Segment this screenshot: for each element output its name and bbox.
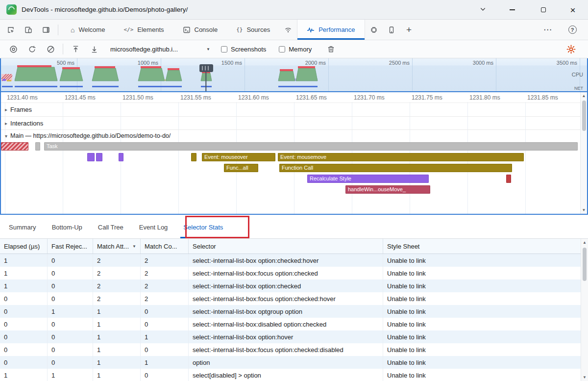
overview-time-label: 3500 ms bbox=[538, 60, 577, 66]
tab-summary[interactable]: Summary bbox=[7, 216, 38, 238]
load-profile-button[interactable] bbox=[66, 41, 85, 57]
panel-layout-button[interactable] bbox=[37, 20, 55, 40]
table-cell: Unable to link bbox=[383, 305, 581, 318]
scrollbar-thumb[interactable] bbox=[583, 248, 587, 281]
flame-bar[interactable] bbox=[87, 153, 95, 161]
flame-bar-event-mousemove[interactable]: Event: mousemove bbox=[278, 153, 524, 161]
tab-performance[interactable]: Performance bbox=[297, 20, 365, 40]
table-row[interactable]: 1110select[disabled] > optionUnable to l… bbox=[0, 369, 588, 381]
maximize-button[interactable] bbox=[533, 0, 554, 20]
reload-and-record-button[interactable] bbox=[23, 41, 41, 57]
window-menu-chevron-button[interactable] bbox=[472, 0, 493, 20]
tab-welcome[interactable]: ⌂Welcome bbox=[61, 20, 114, 40]
table-cell: 0 bbox=[0, 305, 48, 318]
scroll-up-icon[interactable]: ▲ bbox=[581, 92, 587, 100]
ruler-label: 1231.85 ms bbox=[527, 94, 558, 101]
timeline-overview[interactable]: 500 ms1000 ms1500 ms2000 ms2500 ms3000 m… bbox=[0, 58, 588, 91]
profile-selector[interactable]: microsoftedge.github.i... ▼ bbox=[110, 46, 210, 53]
network-conditions-button[interactable] bbox=[279, 20, 297, 40]
inspect-element-button[interactable] bbox=[2, 20, 20, 40]
inspect-icon bbox=[7, 26, 15, 34]
table-cell: 0 bbox=[0, 356, 48, 369]
column-header-match-co[interactable]: Match Co... bbox=[141, 239, 189, 254]
record-button[interactable] bbox=[4, 41, 23, 57]
table-row[interactable]: 0011optionUnable to link bbox=[0, 356, 588, 369]
bar-label: Recalculate Style bbox=[310, 176, 351, 181]
table-row[interactable]: 1022select:-internal-list-box:focus opti… bbox=[0, 267, 588, 279]
flame-bar-function-call[interactable]: Function Call bbox=[279, 164, 512, 172]
tab-label: Performance bbox=[318, 26, 355, 33]
scrollbar-thumb[interactable] bbox=[582, 101, 586, 131]
home-icon: ⌂ bbox=[71, 26, 74, 33]
tab-sources[interactable]: {}Sources bbox=[227, 20, 279, 40]
table-cell: 1 bbox=[93, 369, 141, 381]
flame-bar[interactable] bbox=[96, 153, 102, 161]
column-header-fast-rejec[interactable]: Fast Rejec... bbox=[48, 239, 93, 254]
expanded-icon: ▾ bbox=[5, 133, 7, 139]
minimize-button[interactable] bbox=[501, 0, 523, 20]
scroll-down-icon[interactable]: ▼ bbox=[581, 206, 587, 214]
help-button[interactable]: ? bbox=[564, 20, 581, 40]
tab-call-tree[interactable]: Call Tree bbox=[96, 216, 125, 238]
table-cell: Unable to link bbox=[383, 318, 581, 330]
flame-bar-handlewin-ousemove[interactable]: handleWin...ouseMove_ bbox=[345, 185, 430, 194]
bar-label: Func...all bbox=[226, 165, 248, 171]
device-emulation-button[interactable] bbox=[20, 20, 37, 40]
scroll-down-icon[interactable]: ▼ bbox=[581, 374, 588, 381]
capture-settings-button[interactable] bbox=[562, 41, 580, 57]
column-header-style-sheet[interactable]: Style Sheet bbox=[383, 239, 581, 254]
scroll-up-icon[interactable]: ▲ bbox=[581, 239, 588, 246]
checkbox-icon[interactable] bbox=[221, 46, 227, 52]
column-header-selector[interactable]: Selector bbox=[189, 239, 383, 254]
flame-bar[interactable] bbox=[119, 153, 123, 161]
table-cell: select:-internal-list-box:focus option:c… bbox=[189, 343, 383, 356]
table-scrollbar[interactable]: ▲ ▼ bbox=[581, 239, 588, 381]
clear-button[interactable] bbox=[41, 41, 60, 57]
table-row[interactable]: 0011select:-internal-list-box option:hov… bbox=[0, 330, 588, 343]
more-options-button[interactable]: ⋯ bbox=[539, 20, 557, 40]
overview-time-label: 500 ms bbox=[35, 60, 74, 66]
table-cell: 2 bbox=[93, 254, 141, 267]
table-row[interactable]: 1022select:-internal-list-box option:che… bbox=[0, 254, 588, 267]
column-header-match-att[interactable]: Match Att...▼ bbox=[93, 239, 141, 254]
table-row[interactable]: 0022select:-internal-list-box:focus opti… bbox=[0, 292, 588, 305]
flame-bar[interactable] bbox=[191, 153, 196, 161]
table-body: 1022select:-internal-list-box option:che… bbox=[0, 254, 588, 381]
save-profile-button[interactable] bbox=[85, 41, 103, 57]
screenshots-checkbox[interactable]: Screenshots bbox=[221, 46, 266, 53]
flame-bar-recalculate-style[interactable]: Recalculate Style bbox=[307, 175, 429, 183]
column-header-elapsed-s[interactable]: Elapsed (µs) bbox=[0, 239, 48, 254]
tab-bottom-up[interactable]: Bottom-Up bbox=[50, 216, 84, 238]
table-row[interactable]: 1022select:-internal-list-box option:che… bbox=[0, 279, 588, 292]
close-button[interactable]: × bbox=[562, 0, 584, 20]
track-frames[interactable]: ▸ Frames bbox=[1, 103, 587, 117]
sources-icon: {} bbox=[236, 27, 243, 32]
flame-bar[interactable] bbox=[35, 142, 40, 151]
table-cell: 1 bbox=[48, 369, 93, 381]
table-row[interactable]: 0010select:-internal-list-box:disabled o… bbox=[0, 318, 588, 330]
emulation-device-button[interactable] bbox=[383, 20, 400, 40]
table-row[interactable]: 0110select:-internal-list-box optgroup o… bbox=[0, 305, 588, 318]
tab-selector-stats[interactable]: Selector Stats bbox=[181, 216, 225, 238]
flame-bar-event-mouseover[interactable]: Event: mouseover bbox=[202, 153, 275, 161]
detail-tab-bar: SummaryBottom-UpCall TreeEvent LogSelect… bbox=[0, 216, 588, 239]
tab-elements[interactable]: </>Elements bbox=[114, 20, 173, 40]
tab-console[interactable]: Console bbox=[173, 20, 227, 40]
flame-bar[interactable] bbox=[1, 142, 28, 151]
add-tab-button[interactable]: + bbox=[400, 20, 418, 40]
flame-scrollbar[interactable]: ▲ ▼ bbox=[580, 92, 587, 214]
tab-event-log[interactable]: Event Log bbox=[137, 216, 170, 238]
flame-bar-task[interactable]: Task bbox=[44, 142, 578, 151]
table-row[interactable]: 0010select:-internal-list-box:focus opti… bbox=[0, 343, 588, 356]
timeline-detail-pane[interactable]: 1231.40 ms1231.45 ms1231.50 ms1231.55 ms… bbox=[0, 91, 588, 215]
window-title: DevTools - microsoftedge.github.io/Demos… bbox=[22, 6, 188, 13]
checkbox-icon[interactable] bbox=[279, 46, 285, 52]
flame-bar[interactable] bbox=[506, 175, 511, 183]
memory-inspector-button[interactable] bbox=[365, 20, 383, 40]
flame-bar-func-all[interactable]: Func...all bbox=[224, 164, 258, 172]
track-main[interactable]: ▾ Main — https://microsoftedge.github.io… bbox=[1, 130, 587, 142]
memory-checkbox[interactable]: Memory bbox=[279, 46, 312, 53]
table-cell: 1 bbox=[93, 356, 141, 369]
track-interactions[interactable]: ▸ Interactions bbox=[1, 117, 587, 130]
delete-profile-button[interactable] bbox=[321, 41, 340, 57]
